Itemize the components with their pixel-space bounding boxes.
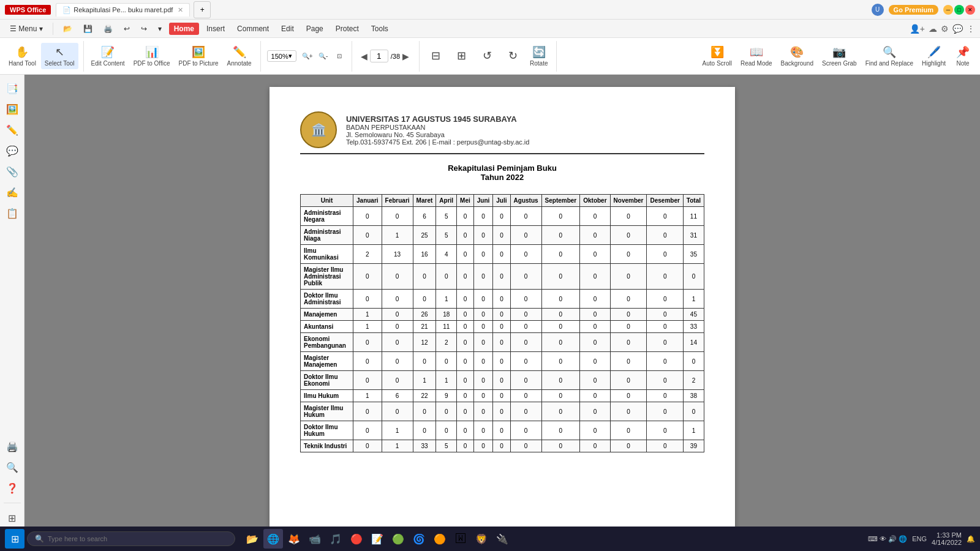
taskbar-app-spotify[interactable]: 🎵 — [326, 529, 345, 549]
zoom-in-button[interactable]: 🔍+ — [300, 51, 315, 61]
table-data-cell: 0 — [457, 245, 474, 264]
sidebar-signature-icon[interactable]: ✍️ — [4, 184, 21, 201]
menu-protect[interactable]: Protect — [331, 23, 364, 35]
sidebar-edit-icon[interactable]: ✏️ — [4, 121, 21, 138]
rotate-button[interactable]: 🔄 Rotate — [526, 43, 551, 69]
taskbar-app-red[interactable]: 🔴 — [347, 529, 366, 549]
table-data-cell: 0 — [473, 333, 493, 352]
taskbar-app-orange[interactable]: 🟠 — [430, 529, 450, 549]
find-replace-button[interactable]: 🔍 Find and Replace — [862, 43, 917, 69]
open-button[interactable]: 📂 — [58, 23, 77, 35]
pdf-to-picture-button[interactable]: 🖼️ PDF to Picture — [175, 43, 222, 69]
table-row: Administrasi Niaga012550000000031 — [301, 226, 704, 245]
taskbar-app-green[interactable]: 🟢 — [388, 529, 408, 549]
menu-home[interactable]: Home — [169, 23, 199, 35]
auto-scroll-button[interactable]: ⏬ Auto Scroll — [699, 43, 736, 69]
table-data-cell: 0 — [473, 207, 493, 226]
taskbar-app-filezilla[interactable]: 🔌 — [492, 529, 512, 549]
redo-button[interactable]: ↪ — [136, 23, 152, 35]
taskbar-search-box[interactable]: 🔍 — [27, 531, 235, 546]
menu-comment[interactable]: Comment — [232, 23, 274, 35]
sidebar-comment-icon[interactable]: 💬 — [4, 142, 21, 159]
sidebar-thumbnail-icon[interactable]: 📑 — [4, 80, 21, 97]
share-icon[interactable]: 👤+ — [910, 24, 925, 34]
fit-page-button[interactable]: ⊡ — [332, 51, 347, 61]
new-tab-button[interactable]: + — [194, 1, 211, 18]
sidebar-image-icon[interactable]: 🖼️ — [4, 100, 21, 118]
table-data-cell: 0 — [413, 352, 436, 371]
taskbar-app-edge[interactable]: 🌀 — [409, 529, 429, 549]
more-icon[interactable]: ⋮ — [967, 24, 975, 34]
menu-page[interactable]: Page — [301, 23, 328, 35]
windows-start-button[interactable]: ⊞ — [5, 529, 24, 549]
table-data-cell: 0 — [493, 309, 510, 321]
wps-logo[interactable]: WPS Office — [5, 5, 51, 15]
redo2-button[interactable]: ▾ — [153, 23, 167, 35]
taskbar-search-input[interactable] — [48, 535, 227, 542]
highlight-button[interactable]: 🖊️ Highlight — [918, 43, 949, 69]
table-data-cell: 25 — [413, 226, 436, 245]
notification-icon[interactable]: 🔔 — [967, 535, 975, 543]
zoom-out-button[interactable]: 🔍- — [316, 51, 331, 61]
document-tab[interactable]: 📄 Rekapitulasi Pe... buku maret.pdf ✕ — [56, 3, 190, 17]
screen-grab-button[interactable]: 📷 Screen Grab — [818, 43, 861, 69]
save-button[interactable]: 💾 — [78, 23, 97, 35]
chat-icon[interactable]: 💬 — [952, 24, 963, 34]
maximize-button[interactable]: □ — [954, 5, 964, 15]
print-button[interactable]: 🖨️ — [99, 23, 118, 35]
annotate-button[interactable]: ✏️ Annotate — [224, 43, 255, 69]
table-data-cell: 0 — [493, 402, 510, 421]
taskbar-app-zoom[interactable]: 📹 — [305, 529, 325, 549]
page-number-input[interactable] — [370, 50, 388, 62]
fit-width-button[interactable]: ⊟ — [423, 47, 448, 66]
sidebar-attachment-icon[interactable]: 📎 — [4, 163, 21, 180]
fit-window-button[interactable]: ⊞ — [449, 47, 473, 66]
read-mode-button[interactable]: 📖 Read Mode — [737, 43, 776, 69]
rotate-right-button[interactable]: ↻ — [500, 47, 525, 66]
note-button[interactable]: 📌 Note — [951, 43, 975, 69]
table-data-cell: 0 — [413, 290, 436, 309]
menu-tools[interactable]: Tools — [366, 23, 393, 35]
rotate-left-button[interactable]: ↺ — [475, 47, 499, 66]
taskbar-app-brave[interactable]: 🦁 — [472, 529, 491, 549]
background-button[interactable]: 🎨 Background — [777, 43, 817, 69]
table-data-cell: 1 — [353, 321, 382, 333]
window-close-button[interactable]: ✕ — [965, 5, 975, 15]
table-data-cell: 1 — [353, 390, 382, 402]
sidebar-help-icon[interactable]: ❓ — [4, 479, 21, 497]
hand-tool-button[interactable]: ✋ Hand Tool — [5, 43, 40, 69]
edit-content-button[interactable]: 📝 Edit Content — [88, 43, 129, 69]
sidebar-layers-icon[interactable]: 📋 — [4, 204, 21, 222]
table-data-cell: 12 — [413, 333, 436, 352]
taskbar-app-word[interactable]: 📝 — [368, 529, 387, 549]
next-page-button[interactable]: ▶ — [402, 51, 409, 61]
go-premium-button[interactable]: Go Premium — [889, 5, 938, 15]
table-data-cell: 0 — [353, 371, 382, 390]
settings-icon[interactable]: ⚙ — [941, 24, 949, 34]
menu-insert[interactable]: Insert — [202, 23, 230, 35]
table-data-cell: 0 — [436, 421, 457, 440]
cloud-icon[interactable]: ☁ — [929, 24, 937, 34]
select-tool-button[interactable]: ↖ Select Tool — [41, 43, 78, 69]
menu-edit[interactable]: Edit — [276, 23, 299, 35]
doc-title-line1: Rekapitulasi Peminjam Buku — [300, 163, 704, 173]
minimize-button[interactable]: ─ — [943, 5, 953, 15]
table-data-cell: 0 — [353, 226, 382, 245]
menu-hamburger[interactable]: ☰ Menu ▾ — [5, 23, 48, 35]
sidebar-search-icon[interactable]: 🔍 — [4, 459, 21, 476]
zoom-selector[interactable]: 150% ▾ — [267, 50, 296, 62]
taskbar-app-wps[interactable]: 🅆 — [451, 529, 470, 549]
clock-display: 1:33 PM 4/14/2022 — [932, 531, 962, 546]
pdf-to-office-button[interactable]: 📊 PDF to Office — [130, 43, 174, 69]
table-data-cell: 0 — [493, 290, 510, 309]
undo-button[interactable]: ↩ — [119, 23, 135, 35]
table-row: Ilmu Komunikasi2131640000000035 — [301, 245, 704, 264]
taskbar-app-firefox[interactable]: 🦊 — [284, 529, 304, 549]
close-tab-button[interactable]: ✕ — [178, 6, 183, 14]
sidebar-print-icon[interactable]: 🖨️ — [4, 438, 21, 455]
taskbar-app-chrome[interactable]: 🌐 — [263, 529, 283, 549]
taskbar-app-explorer[interactable]: 📂 — [243, 529, 262, 549]
prev-page-button[interactable]: ◀ — [361, 51, 368, 61]
table-unit-cell: Administrasi Niaga — [301, 226, 353, 245]
sidebar-grid-icon[interactable]: ⊞ — [4, 509, 21, 527]
